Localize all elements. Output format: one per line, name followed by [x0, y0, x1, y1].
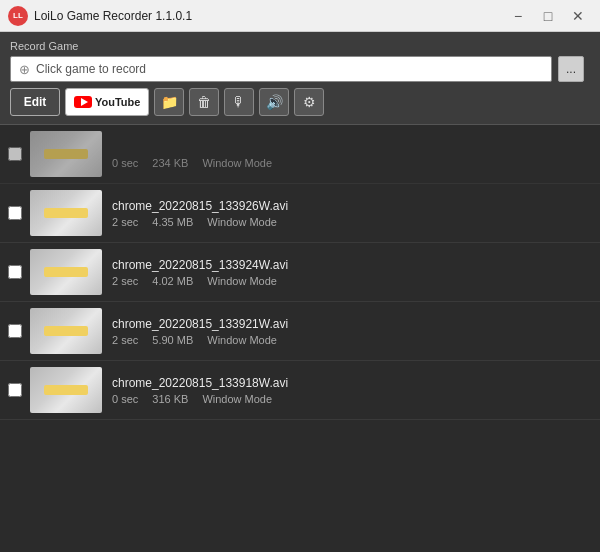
item-meta: 2 sec 4.35 MB Window Mode: [112, 216, 592, 228]
microphone-button[interactable]: 🎙: [224, 88, 254, 116]
item-info: chrome_20220815_133924W.avi 2 sec 4.02 M…: [112, 258, 592, 287]
item-thumbnail: [30, 308, 102, 354]
item-duration: 2 sec: [112, 334, 138, 346]
mic-icon: 🎙: [232, 94, 246, 110]
item-filename: chrome_20220815_133918W.avi: [112, 376, 592, 390]
folder-button[interactable]: 📁: [154, 88, 184, 116]
titlebar: LL LoiLo Game Recorder 1.1.0.1 − □ ✕: [0, 0, 600, 32]
item-size: 316 KB: [152, 393, 188, 405]
item-thumbnail: [30, 249, 102, 295]
list-item: 0 sec 234 KB Window Mode: [0, 125, 600, 184]
list-item: chrome_20220815_133926W.avi 2 sec 4.35 M…: [0, 184, 600, 243]
item-filename: [112, 140, 592, 154]
app-icon: LL: [8, 6, 28, 26]
more-options-button[interactable]: ...: [558, 56, 584, 82]
main-area: Record Game ⊕ Click game to record ... B…: [0, 32, 600, 552]
window-controls: − □ ✕: [504, 5, 592, 27]
item-duration: 2 sec: [112, 216, 138, 228]
item-size: 4.02 MB: [152, 275, 193, 287]
trash-icon: 🗑: [197, 94, 211, 110]
item-filename: chrome_20220815_133926W.avi: [112, 199, 592, 213]
item-info: chrome_20220815_133921W.avi 2 sec 5.90 M…: [112, 317, 592, 346]
target-icon: ⊕: [19, 62, 30, 77]
item-size: 234 KB: [152, 157, 188, 169]
item-meta: 0 sec 316 KB Window Mode: [112, 393, 592, 405]
settings-button[interactable]: ⚙: [294, 88, 324, 116]
list-item: chrome_20220815_133921W.avi 2 sec 5.90 M…: [0, 302, 600, 361]
item-meta: 0 sec 234 KB Window Mode: [112, 157, 592, 169]
item-mode: Window Mode: [207, 334, 277, 346]
list-item: chrome_20220815_133924W.avi 2 sec 4.02 M…: [0, 243, 600, 302]
delete-button[interactable]: 🗑: [189, 88, 219, 116]
item-mode: Window Mode: [207, 275, 277, 287]
volume-icon: 🔊: [266, 94, 283, 110]
item-mode: Window Mode: [202, 157, 272, 169]
minimize-button[interactable]: −: [504, 5, 532, 27]
item-duration: 2 sec: [112, 275, 138, 287]
item-filename: chrome_20220815_133924W.avi: [112, 258, 592, 272]
record-row: ⊕ Click game to record ... Back: [10, 56, 590, 82]
click-game-text: Click game to record: [36, 62, 146, 76]
top-panel: Record Game ⊕ Click game to record ... B…: [0, 32, 600, 125]
item-duration: 0 sec: [112, 393, 138, 405]
item-thumbnail: [30, 131, 102, 177]
item-info: chrome_20220815_133926W.avi 2 sec 4.35 M…: [112, 199, 592, 228]
item-mode: Window Mode: [207, 216, 277, 228]
item-duration: 0 sec: [112, 157, 138, 169]
item-size: 4.35 MB: [152, 216, 193, 228]
close-button[interactable]: ✕: [564, 5, 592, 27]
item-checkbox[interactable]: [8, 383, 22, 397]
item-checkbox[interactable]: [8, 324, 22, 338]
recording-list: 0 sec 234 KB Window Mode chrome_20220815…: [0, 125, 600, 552]
toolbar-row: Edit YouTube 📁 🗑 🎙 🔊 ⚙: [10, 88, 590, 116]
item-checkbox[interactable]: [8, 206, 22, 220]
item-mode: Window Mode: [202, 393, 272, 405]
youtube-play-icon: [74, 96, 92, 108]
app-title: LoiLo Game Recorder 1.1.0.1: [34, 9, 504, 23]
item-info: 0 sec 234 KB Window Mode: [112, 140, 592, 169]
maximize-button[interactable]: □: [534, 5, 562, 27]
item-info: chrome_20220815_133918W.avi 0 sec 316 KB…: [112, 376, 592, 405]
item-size: 5.90 MB: [152, 334, 193, 346]
item-filename: chrome_20220815_133921W.avi: [112, 317, 592, 331]
item-thumbnail: [30, 367, 102, 413]
folder-icon: 📁: [161, 94, 178, 110]
youtube-label: YouTube: [95, 96, 140, 108]
item-checkbox[interactable]: [8, 265, 22, 279]
youtube-button[interactable]: YouTube: [65, 88, 149, 116]
gear-icon: ⚙: [303, 94, 316, 110]
item-meta: 2 sec 4.02 MB Window Mode: [112, 275, 592, 287]
volume-button[interactable]: 🔊: [259, 88, 289, 116]
item-thumbnail: [30, 190, 102, 236]
click-game-input[interactable]: ⊕ Click game to record: [10, 56, 552, 82]
list-item: chrome_20220815_133918W.avi 0 sec 316 KB…: [0, 361, 600, 420]
record-game-label: Record Game: [10, 40, 590, 52]
item-meta: 2 sec 5.90 MB Window Mode: [112, 334, 592, 346]
item-checkbox[interactable]: [8, 147, 22, 161]
edit-button[interactable]: Edit: [10, 88, 60, 116]
